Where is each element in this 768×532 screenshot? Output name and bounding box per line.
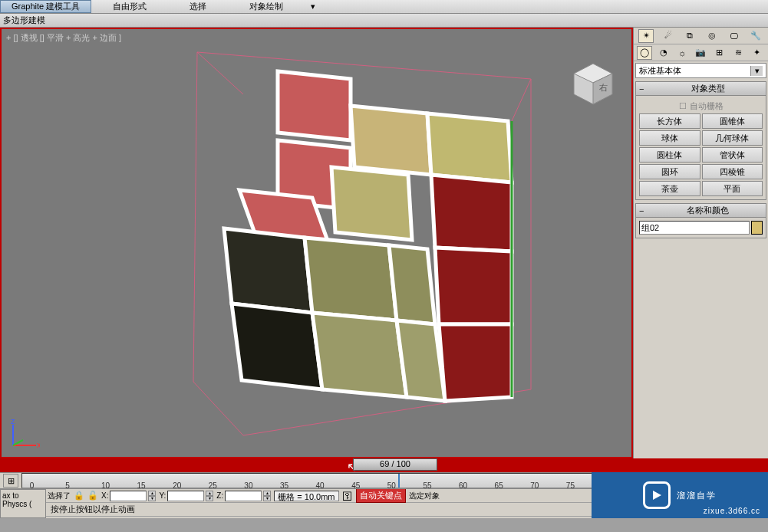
tick-label: 75 bbox=[566, 481, 575, 490]
viewport[interactable]: + [] 透视 [] 平滑 + 高光 + 边面 ] bbox=[0, 28, 633, 458]
tick-label: 25 bbox=[209, 481, 217, 490]
btn-pyramid[interactable]: 四棱锥 bbox=[702, 164, 763, 179]
tick-label: 55 bbox=[423, 481, 431, 490]
svg-marker-6 bbox=[427, 113, 512, 182]
tab-motion-icon[interactable]: ◎ bbox=[704, 29, 720, 43]
btn-teapot[interactable]: 茶壶 bbox=[639, 181, 700, 196]
tab-create-icon[interactable]: ✴ bbox=[638, 29, 654, 43]
selection-target[interactable]: 选定对象 bbox=[409, 491, 440, 501]
y-spinner[interactable]: ▴▾ bbox=[206, 491, 213, 501]
current-frame-marker[interactable] bbox=[398, 474, 400, 488]
lock2-icon[interactable]: 🔓 bbox=[87, 491, 98, 501]
btn-plane[interactable]: 平面 bbox=[702, 181, 763, 196]
svg-line-26 bbox=[13, 440, 23, 445]
btn-box[interactable]: 长方体 bbox=[639, 113, 700, 129]
tab-modify-icon[interactable]: ☄ bbox=[661, 29, 676, 43]
menu-dropdown-icon[interactable]: ▾ bbox=[305, 2, 321, 11]
track-config-icon[interactable]: ⊞ bbox=[3, 474, 18, 488]
z-label: Z: bbox=[216, 491, 223, 500]
tick-label: 30 bbox=[244, 481, 252, 490]
tick-label: 40 bbox=[316, 481, 325, 490]
menu-select[interactable]: 选择 bbox=[168, 1, 228, 12]
tick-label: 65 bbox=[495, 481, 503, 490]
svg-line-1 bbox=[197, 52, 243, 94]
checkbox-icon: ☐ bbox=[679, 101, 687, 111]
menu-bar: Graphite 建模工具 自由形式 选择 对象绘制 ▾ bbox=[0, 0, 768, 14]
object-color-swatch[interactable] bbox=[751, 221, 763, 235]
svg-marker-12 bbox=[312, 313, 407, 397]
tick-label: 5 bbox=[65, 481, 70, 490]
tick-label: 10 bbox=[101, 481, 110, 490]
create-cameras-icon[interactable]: 📷 bbox=[693, 46, 708, 60]
btn-cylinder[interactable]: 圆柱体 bbox=[639, 147, 700, 163]
svg-marker-8 bbox=[224, 228, 312, 313]
lock-icon[interactable]: 🔒 bbox=[74, 491, 84, 501]
create-geometry-icon[interactable]: ◯ bbox=[637, 46, 652, 60]
y-label: Y: bbox=[159, 491, 166, 500]
submenu-label[interactable]: 多边形建模 bbox=[3, 15, 45, 26]
menu-freeform[interactable]: 自由形式 bbox=[91, 1, 168, 12]
x-spinner[interactable]: ▴▾ bbox=[148, 491, 156, 501]
watermark-text: 溜溜自学 bbox=[677, 490, 717, 501]
command-panel: ✴ ☄ ⧉ ◎ 🖵 🔧 ◯ ◔ ☼ 📷 ⊞ ≋ ✦ 标准基本体 ▾ − 对象类型 bbox=[633, 28, 768, 458]
tick-label: 50 bbox=[387, 481, 396, 490]
tick-label: 70 bbox=[530, 481, 539, 490]
object-name-input[interactable] bbox=[639, 221, 750, 235]
key-icon[interactable]: ⚿ bbox=[342, 490, 353, 502]
create-helpers-icon[interactable]: ⊞ bbox=[712, 46, 727, 60]
watermark-url: zixue.3d66.cc bbox=[704, 507, 760, 515]
btn-cone[interactable]: 圆锥体 bbox=[702, 113, 763, 129]
main-area: + [] 透视 [] 平滑 + 高光 + 边面 ] bbox=[0, 28, 768, 458]
dropdown-arrow-icon: ▾ bbox=[750, 66, 763, 76]
btn-tube[interactable]: 管状体 bbox=[702, 147, 763, 163]
svg-marker-2 bbox=[278, 71, 351, 140]
create-systems-icon[interactable]: ✦ bbox=[750, 46, 765, 60]
tab-utilities-icon[interactable]: 🔧 bbox=[748, 29, 763, 43]
x-input[interactable] bbox=[110, 491, 147, 501]
btn-geosphere[interactable]: 几何球体 bbox=[702, 130, 763, 146]
autokey-button[interactable]: 自动关键点 bbox=[356, 488, 406, 503]
tick-label: 45 bbox=[351, 481, 360, 490]
viewport-scene bbox=[2, 29, 631, 457]
tab-display-icon[interactable]: 🖵 bbox=[726, 29, 741, 43]
play-icon bbox=[643, 481, 671, 509]
z-spinner[interactable]: ▴▾ bbox=[263, 491, 271, 501]
create-shapes-icon[interactable]: ◔ bbox=[656, 46, 671, 60]
rollout-header-namecolor[interactable]: − 名称和颜色 bbox=[636, 204, 766, 218]
tick-label: 20 bbox=[173, 481, 181, 490]
svg-marker-5 bbox=[351, 106, 431, 175]
y-input[interactable] bbox=[167, 491, 204, 501]
z-input[interactable] bbox=[225, 491, 262, 501]
btn-sphere[interactable]: 球体 bbox=[639, 130, 700, 146]
watermark: 溜溜自学 zixue.3d66.cc bbox=[592, 472, 768, 518]
rollout-title: 对象类型 bbox=[653, 83, 763, 94]
svg-text:右: 右 bbox=[599, 83, 608, 92]
x-label: X: bbox=[101, 491, 108, 500]
tick-label: 60 bbox=[459, 481, 467, 490]
btn-torus[interactable]: 圆环 bbox=[639, 164, 700, 179]
script-listener[interactable]: ax to Physcs ( bbox=[0, 489, 46, 518]
viewcube[interactable]: 右 bbox=[570, 60, 616, 106]
geometry-type-dropdown[interactable]: 标准基本体 ▾ bbox=[635, 63, 766, 78]
svg-text:z: z bbox=[11, 419, 15, 425]
tab-hierarchy-icon[interactable]: ⧉ bbox=[682, 29, 697, 43]
name-color-rollout: − 名称和颜色 bbox=[635, 203, 766, 238]
rollout-title: 名称和颜色 bbox=[653, 205, 763, 216]
create-lights-icon[interactable]: ☼ bbox=[674, 46, 690, 60]
svg-marker-14 bbox=[431, 175, 512, 251]
svg-marker-7 bbox=[331, 167, 412, 240]
collapse-icon: − bbox=[639, 84, 650, 94]
dropdown-value: 标准基本体 bbox=[639, 65, 681, 77]
primitive-buttons: 长方体 圆锥体 球体 几何球体 圆柱体 管状体 圆环 四棱锥 茶壶 平面 bbox=[639, 113, 763, 196]
menu-objpaint[interactable]: 对象绘制 bbox=[228, 1, 305, 12]
collapse-icon: − bbox=[639, 206, 650, 215]
timeline[interactable]: ↖ 69 / 100 bbox=[0, 458, 768, 472]
rollout-header-objtype[interactable]: − 对象类型 bbox=[636, 82, 766, 96]
sub-menu: 多边形建模 bbox=[0, 14, 768, 28]
svg-marker-15 bbox=[435, 248, 512, 324]
create-space-icon[interactable]: ≋ bbox=[730, 46, 746, 60]
time-slider[interactable]: 69 / 100 bbox=[353, 458, 437, 471]
menu-graphite[interactable]: Graphite 建模工具 bbox=[0, 0, 91, 13]
autogrid-checkbox[interactable]: ☐ 自动栅格 bbox=[639, 99, 763, 113]
svg-text:x: x bbox=[37, 440, 40, 449]
